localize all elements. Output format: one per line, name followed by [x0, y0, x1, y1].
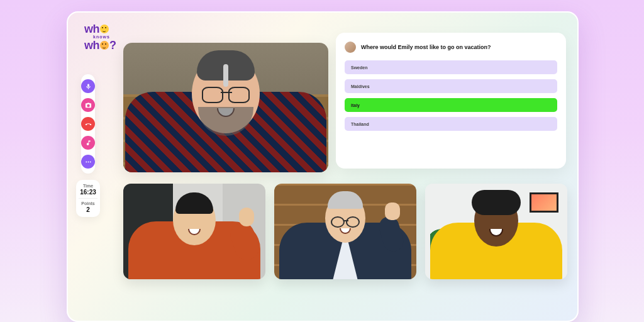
time-label: Time [79, 184, 97, 188]
participant-video-1[interactable] [123, 184, 265, 279]
app-window: wh knows wh ? [67, 11, 579, 322]
smile-emoji-icon [100, 41, 109, 50]
stats-box: Time 16:23 Points 2 [76, 180, 100, 217]
thinking-emoji-icon [100, 25, 109, 33]
hangup-icon [85, 121, 92, 128]
answer-label: Italy [351, 103, 360, 108]
more-button[interactable] [81, 155, 95, 169]
answer-option-2[interactable]: Italy [345, 98, 557, 112]
sidebar: Time 16:23 Points 2 [77, 74, 99, 217]
mic-button[interactable] [81, 79, 95, 93]
svg-point-1 [87, 161, 89, 162]
camera-button[interactable] [81, 98, 95, 112]
participant-video-3[interactable] [425, 184, 567, 279]
participant-row [123, 184, 567, 279]
svg-point-0 [86, 161, 87, 162]
music-icon [85, 140, 92, 147]
answer-option-1[interactable]: Maldives [345, 79, 557, 93]
question-text: Where would Emily most like to go on vac… [361, 44, 491, 50]
logo-text-2: wh [84, 40, 99, 50]
question-header: Where would Emily most like to go on vac… [345, 42, 557, 53]
question-panel: Where would Emily most like to go on vac… [336, 33, 566, 169]
answer-option-3[interactable]: Thailand [345, 117, 557, 131]
logo: wh knows wh ? [84, 24, 116, 50]
mic-icon [85, 83, 92, 90]
divider [79, 198, 97, 199]
points-value: 2 [79, 206, 97, 213]
svg-point-2 [89, 161, 91, 162]
logo-q: ? [109, 40, 116, 50]
more-icon [85, 158, 92, 165]
camera-icon [85, 102, 92, 109]
music-button[interactable] [81, 136, 95, 150]
answer-option-0[interactable]: Sweden [345, 60, 557, 74]
main-video[interactable] [123, 43, 328, 172]
answer-label: Maldives [351, 84, 370, 89]
question-avatar [345, 42, 356, 53]
answer-label: Thailand [351, 122, 369, 126]
person [192, 43, 260, 133]
answer-label: Sweden [351, 65, 367, 70]
control-rail [81, 74, 95, 174]
participant-video-2[interactable] [274, 184, 416, 279]
time-value: 16:23 [79, 189, 97, 196]
points-label: Points [79, 201, 97, 206]
hangup-button[interactable] [81, 117, 95, 131]
